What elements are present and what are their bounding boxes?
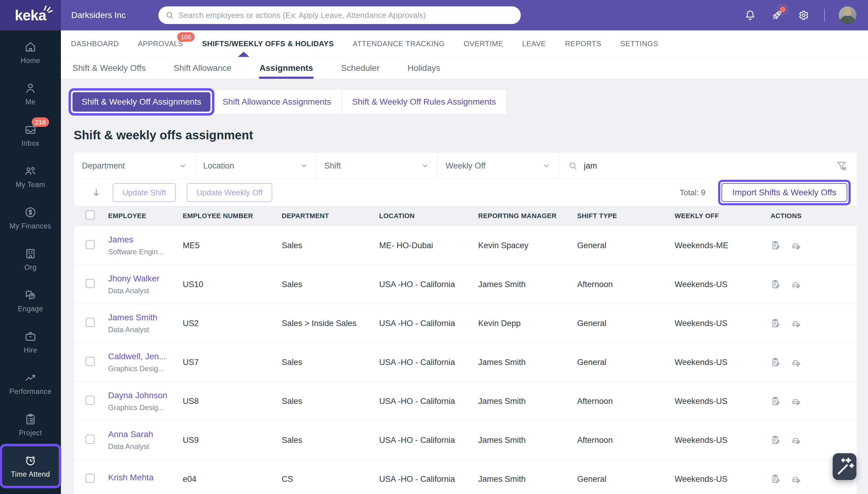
header-actions	[744, 6, 868, 24]
weekly-off-cell: Weekends-US	[667, 343, 763, 382]
department-cell: Sales	[274, 343, 372, 382]
notification-dot	[780, 6, 786, 13]
sidebar-item-my-team[interactable]: My Team	[0, 156, 61, 197]
row-checkbox[interactable]	[86, 474, 95, 483]
employee-search-input[interactable]	[584, 161, 829, 171]
row-checkbox[interactable]	[86, 240, 95, 249]
employee-name-link[interactable]: Krish Mehta	[108, 473, 176, 482]
table-row: Jhony Walker Data Analyst US10 Sales USA…	[74, 265, 857, 304]
page-title: Shift & weekly offs assignment	[74, 128, 868, 142]
shift-filter-dropdown[interactable]: Shift	[317, 153, 438, 179]
tab-dashboard[interactable]: DASHBOARD	[71, 31, 119, 57]
table-row: James Smith Data Analyst US2 Sales > Ins…	[74, 304, 857, 343]
edit-shift-icon[interactable]	[771, 435, 781, 445]
subtab-shift-weekly-offs[interactable]: Shift & Weekly Offs	[72, 57, 146, 79]
edit-weekly-off-icon[interactable]	[791, 474, 801, 484]
keka-logo[interactable]: keka	[0, 0, 61, 31]
section-tabs: Shift & Weekly OffsShift AllowanceAssign…	[61, 57, 868, 79]
employee-number-cell: US2	[176, 304, 274, 343]
tab-overtime[interactable]: OVERTIME	[464, 31, 503, 57]
edit-shift-icon[interactable]	[771, 279, 781, 290]
clear-filters-icon[interactable]	[835, 160, 848, 172]
sidebar-item-time-attend[interactable]: Time Attend	[1, 445, 60, 487]
select-all-checkbox[interactable]	[86, 210, 95, 220]
row-checkbox[interactable]	[86, 318, 95, 327]
tab-reports[interactable]: REPORTS	[565, 31, 601, 57]
employee-name-link[interactable]: Caldwell, Jen...	[108, 352, 176, 361]
sidebar-item-my-finances[interactable]: My Finances	[0, 197, 61, 239]
location-cell: USA -HO - California	[372, 304, 471, 343]
ai-assistant-button[interactable]	[833, 453, 856, 480]
performance-icon	[24, 371, 37, 384]
weekly-off-filter-dropdown[interactable]: Weekly Off	[438, 153, 559, 179]
edit-weekly-off-icon[interactable]	[791, 318, 801, 329]
department-cell: Sales > Inside Sales	[274, 304, 372, 343]
update-weekly-off-button[interactable]: Update Weekly Off	[187, 183, 272, 202]
edit-shift-icon[interactable]	[771, 474, 781, 484]
tab-attendance-tracking[interactable]: ATTENDANCE TRACKING	[353, 31, 445, 57]
notifications-bell-icon[interactable]	[744, 9, 757, 22]
shift-type-cell: General	[570, 226, 667, 265]
edit-weekly-off-icon[interactable]	[791, 279, 801, 290]
department-filter-dropdown[interactable]: Department	[74, 153, 195, 179]
row-checkbox[interactable]	[86, 357, 95, 366]
segment-shift-weekly-off-assignments[interactable]: Shift & Weekly Off Assignments	[72, 92, 211, 112]
segment-shift-allowance-assignments[interactable]: Shift Allowance Assignments	[212, 90, 341, 114]
row-checkbox[interactable]	[86, 279, 95, 288]
sidebar-item-hire[interactable]: Hire	[0, 321, 61, 363]
employee-name-link[interactable]: James Smith	[108, 313, 176, 322]
sidebar-item-project[interactable]: Project	[0, 404, 61, 445]
weekly-off-cell: Weekends-US	[667, 460, 763, 494]
shift-type-cell: Afternoon	[570, 265, 667, 304]
employee-name-link[interactable]: James	[108, 235, 176, 245]
column-header: DEPARTMENT	[274, 206, 372, 226]
row-checkbox[interactable]	[86, 435, 95, 444]
subtab-assignments[interactable]: Assignments	[259, 57, 313, 79]
employee-name-link[interactable]: Dayna Johnson	[108, 391, 176, 400]
tab-approvals[interactable]: APPROVALS106	[138, 31, 183, 57]
sidebar-item-engage[interactable]: Engage	[0, 280, 61, 321]
update-shift-button[interactable]: Update Shift	[113, 183, 176, 202]
edit-shift-icon[interactable]	[771, 357, 781, 368]
location-filter-dropdown[interactable]: Location	[195, 153, 317, 179]
download-arrow-icon[interactable]	[91, 187, 102, 198]
edit-weekly-off-icon[interactable]	[791, 357, 801, 368]
assignment-type-switcher: Shift & Weekly Off Assignments Shift All…	[69, 88, 868, 116]
settings-gear-icon[interactable]	[797, 9, 810, 22]
segment-shift-weekly-off-rules-assignments[interactable]: Shift & Weekly Off Rules Assignments	[341, 90, 506, 114]
sidebar-item-me[interactable]: Me	[0, 73, 61, 114]
subtab-scheduler[interactable]: Scheduler	[341, 57, 379, 79]
sidebar-item-inbox[interactable]: 218 Inbox	[0, 114, 61, 156]
edit-shift-icon[interactable]	[771, 318, 781, 329]
edit-weekly-off-icon[interactable]	[791, 435, 801, 445]
sidebar-item-performance[interactable]: Performance	[0, 363, 61, 404]
sidebar-item-home[interactable]: Home	[0, 32, 61, 73]
highlight-box-active-segment: Shift & Weekly Off Assignments	[69, 88, 214, 116]
edit-weekly-off-icon[interactable]	[791, 240, 801, 251]
global-search-input[interactable]	[158, 6, 521, 24]
tab-shifts-weekly-offs-holidays[interactable]: SHIFTS/WEEKLY OFFS & HOLIDAYS	[202, 31, 334, 57]
tab-leave[interactable]: LEAVE	[522, 31, 546, 57]
employee-name-link[interactable]: Anna Sarah	[108, 430, 176, 439]
assignments-card: Department Location Shift Weekly Off	[74, 152, 857, 494]
assignments-table: EMPLOYEE EMPLOYEE NUMBER DEPARTMENT LOCA…	[74, 206, 857, 494]
subtab-holidays[interactable]: Holidays	[408, 57, 440, 79]
chevron-down-icon	[179, 162, 187, 170]
column-header: WEEKLY OFF	[667, 206, 763, 226]
edit-weekly-off-icon[interactable]	[791, 396, 801, 407]
table-toolbar: Update Shift Update Weekly Off Total: 9 …	[74, 179, 857, 206]
sidebar-item-org[interactable]: Org	[0, 239, 61, 280]
import-shifts-weekly-offs-button[interactable]: Import Shifts & Weekly Offs	[722, 183, 847, 202]
edit-shift-icon[interactable]	[771, 396, 781, 407]
weekly-off-cell: Weekends-US	[667, 421, 763, 460]
whats-new-rocket-icon[interactable]	[771, 9, 783, 22]
row-checkbox[interactable]	[86, 396, 95, 405]
user-avatar[interactable]	[839, 6, 856, 24]
tab-settings[interactable]: SETTINGS	[620, 31, 658, 57]
department-cell: CS	[274, 460, 372, 494]
team-icon	[24, 164, 37, 178]
edit-shift-icon[interactable]	[771, 240, 781, 251]
subtab-shift-allowance[interactable]: Shift Allowance	[174, 57, 232, 79]
weekly-off-cell: Weekends-US	[667, 382, 763, 421]
employee-name-link[interactable]: Jhony Walker	[108, 274, 176, 284]
